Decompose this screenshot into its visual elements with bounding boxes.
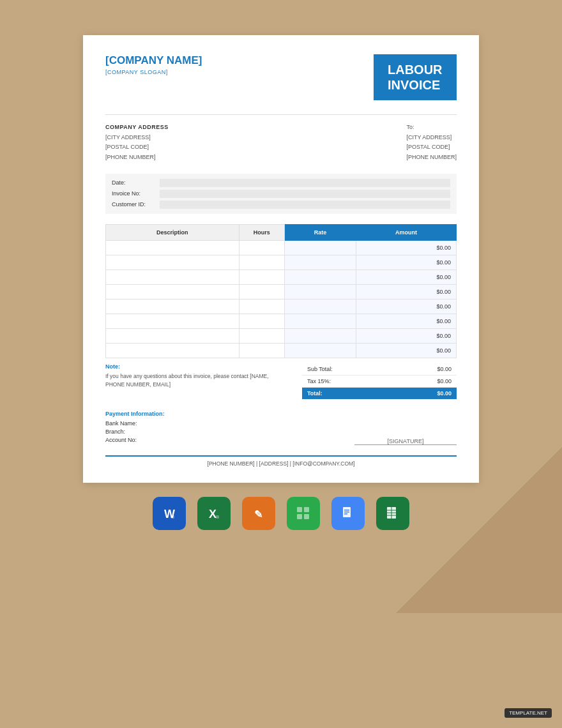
svg-text:✎: ✎	[254, 509, 262, 520]
address-right-line2: [POSTAL CODE]	[406, 142, 457, 152]
table-row: $0.00	[106, 255, 457, 269]
svg-rect-8	[294, 504, 313, 523]
account-row: Account No:	[105, 437, 354, 443]
bottom-section: Note: If you have any questions about th…	[105, 363, 457, 399]
subtotal-value: $0.00	[437, 366, 452, 372]
hours-cell[interactable]	[239, 343, 284, 358]
tax-value: $0.00	[437, 378, 452, 384]
svg-rect-11	[297, 514, 302, 519]
hours-cell[interactable]	[239, 240, 284, 255]
customer-id-label: Customer ID:	[112, 201, 160, 208]
note-section: Note: If you have any questions about th…	[105, 363, 288, 399]
address-left-line1: [CITY ADDRESS]	[105, 133, 169, 142]
desc-cell[interactable]	[106, 343, 239, 358]
fields-section: Date: Invoice No: Customer ID:	[105, 174, 457, 214]
invoice-table: Description Hours Rate Amount $0.00	[105, 224, 457, 358]
rate-cell[interactable]	[284, 328, 356, 343]
amount-cell: $0.00	[356, 284, 457, 299]
rate-cell[interactable]	[284, 255, 356, 269]
table-row: $0.00	[106, 284, 457, 299]
table-row: $0.00	[106, 240, 457, 255]
payment-section: Payment Information: Bank Name: Branch: …	[105, 411, 457, 445]
branch-row: Branch:	[105, 428, 354, 435]
footer-text: [PHONE NUMBER] | [ADDRESS] | [INFO@COMPA…	[208, 460, 355, 467]
bank-row: Bank Name:	[105, 420, 354, 427]
invoice-header: [COMPANY NAME] [COMPANY SLOGAN] LABOUR I…	[105, 54, 457, 100]
total-value: $0.00	[437, 390, 452, 397]
table-row: $0.00	[106, 314, 457, 328]
address-title: COMPANY ADDRESS	[105, 124, 169, 130]
grand-total-row: Total: $0.00	[302, 388, 457, 399]
rate-cell[interactable]	[284, 314, 356, 328]
address-right-line1: [CITY ADDRESS]	[406, 133, 457, 142]
rate-cell[interactable]	[284, 343, 356, 358]
excel-icon[interactable]: X	[197, 497, 231, 530]
invoice-no-value[interactable]	[160, 190, 450, 198]
hours-cell[interactable]	[239, 314, 284, 328]
numbers-icon[interactable]	[287, 497, 320, 530]
date-value[interactable]	[160, 179, 450, 187]
desc-cell[interactable]	[106, 255, 239, 269]
template-badge: TEMPLATE.NET	[505, 708, 552, 718]
pages-icon[interactable]: ✎	[242, 497, 275, 530]
amount-cell: $0.00	[356, 328, 457, 343]
desc-cell[interactable]	[106, 269, 239, 284]
desc-cell[interactable]	[106, 328, 239, 343]
svg-rect-15	[344, 510, 349, 511]
signature-line: [SIGNATURE]	[354, 437, 457, 445]
address-section: COMPANY ADDRESS [CITY ADDRESS] [POSTAL C…	[105, 114, 457, 162]
svg-rect-2	[171, 515, 174, 519]
payment-fields: Bank Name: Branch: Account No:	[105, 420, 354, 445]
desc-cell[interactable]	[106, 314, 239, 328]
page-wrapper: [COMPANY NAME] [COMPANY SLOGAN] LABOUR I…	[0, 0, 562, 728]
payment-label: Payment Information:	[105, 411, 457, 417]
svg-rect-12	[304, 514, 309, 519]
col-amount: Amount	[356, 224, 457, 240]
google-docs-icon[interactable]	[331, 497, 365, 530]
col-description: Description	[106, 224, 239, 240]
tax-row: Tax 15%: $0.00	[302, 375, 457, 388]
word-icon[interactable]: W	[153, 497, 186, 530]
svg-text:X: X	[209, 508, 216, 520]
company-info: [COMPANY NAME] [COMPANY SLOGAN]	[105, 54, 202, 75]
address-left: COMPANY ADDRESS [CITY ADDRESS] [POSTAL C…	[105, 124, 169, 162]
address-left-line2: [POSTAL CODE]	[105, 142, 169, 152]
invoice-no-row: Invoice No:	[112, 190, 450, 198]
note-label: Note:	[105, 363, 288, 370]
address-left-line3: [PHONE NUMBER]	[105, 153, 169, 162]
svg-rect-5	[216, 515, 219, 519]
table-row: $0.00	[106, 299, 457, 314]
subtotal-row: Sub Total: $0.00	[302, 363, 457, 375]
desc-cell[interactable]	[106, 284, 239, 299]
table-row: $0.00	[106, 328, 457, 343]
col-hours: Hours	[239, 224, 284, 240]
hours-cell[interactable]	[239, 299, 284, 314]
svg-rect-16	[344, 512, 349, 513]
svg-rect-9	[297, 507, 302, 512]
desc-cell[interactable]	[106, 299, 239, 314]
company-slogan: [COMPANY SLOGAN]	[105, 69, 202, 75]
svg-rect-10	[304, 507, 309, 512]
amount-cell: $0.00	[356, 314, 457, 328]
subtotal-label: Sub Total:	[307, 366, 333, 372]
invoice-paper: [COMPANY NAME] [COMPANY SLOGAN] LABOUR I…	[83, 35, 479, 483]
rate-cell[interactable]	[284, 284, 356, 299]
rate-cell[interactable]	[284, 269, 356, 284]
hours-cell[interactable]	[239, 269, 284, 284]
hours-cell[interactable]	[239, 255, 284, 269]
desc-cell[interactable]	[106, 240, 239, 255]
rate-cell[interactable]	[284, 299, 356, 314]
amount-cell: $0.00	[356, 269, 457, 284]
svg-rect-17	[344, 513, 347, 515]
invoice-title-box: LABOUR INVOICE	[374, 54, 457, 100]
hours-cell[interactable]	[239, 284, 284, 299]
address-right: To: [CITY ADDRESS] [POSTAL CODE] [PHONE …	[406, 124, 457, 162]
hours-cell[interactable]	[239, 328, 284, 343]
rate-cell[interactable]	[284, 240, 356, 255]
amount-cell: $0.00	[356, 240, 457, 255]
tax-label: Tax 15%:	[307, 378, 331, 384]
google-sheets-icon[interactable]	[376, 497, 409, 530]
table-row: $0.00	[106, 343, 457, 358]
customer-id-value[interactable]	[160, 201, 450, 209]
date-row: Date:	[112, 179, 450, 187]
